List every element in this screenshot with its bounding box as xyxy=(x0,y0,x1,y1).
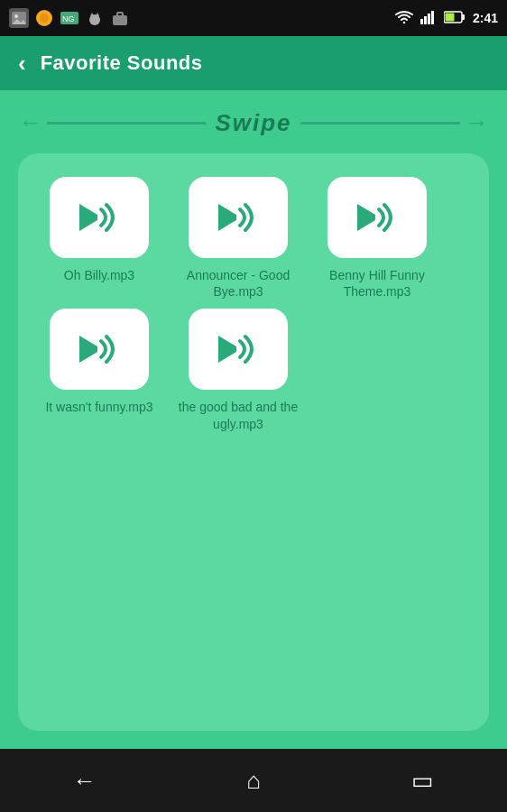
svg-rect-14 xyxy=(428,14,430,24)
svg-rect-18 xyxy=(445,13,454,21)
sound-label-wasnt-funny: It wasn't funny.mp3 xyxy=(45,399,152,415)
sound-item-wasnt-funny[interactable]: It wasn't funny.mp3 xyxy=(36,309,162,431)
map-icon: NG xyxy=(60,8,79,28)
nav-home-button[interactable]: ⌂ xyxy=(226,762,281,798)
sound-icon-good-bad-ugly xyxy=(189,309,288,390)
circle-icon xyxy=(34,8,54,28)
swipe-arrow-right: → xyxy=(464,108,489,137)
svg-text:NG: NG xyxy=(62,14,75,23)
svg-marker-20 xyxy=(218,204,236,231)
svg-marker-23 xyxy=(218,336,236,363)
cat-icon xyxy=(85,8,105,28)
sounds-row-1: Oh Billy.mp3 Announcer - Good Bye.mp3 xyxy=(36,177,471,300)
swipe-label: Swipe xyxy=(206,109,300,137)
swipe-indicator: ← → Swipe xyxy=(18,108,489,137)
sound-label-good-bad-ugly: the good bad and the ugly.mp3 xyxy=(175,399,301,431)
sound-label-oh-billy: Oh Billy.mp3 xyxy=(64,267,134,283)
app-header: ‹ Favorite Sounds xyxy=(0,36,507,90)
svg-marker-19 xyxy=(79,204,97,231)
status-right: 2:41 xyxy=(395,10,498,27)
image-icon xyxy=(9,8,29,28)
svg-rect-17 xyxy=(462,14,465,20)
swipe-arrow-left: ← xyxy=(18,108,43,137)
sound-icon-announcer xyxy=(189,177,288,258)
sound-icon-benny-hill xyxy=(327,177,427,258)
svg-rect-11 xyxy=(117,13,123,16)
sounds-row-2: It wasn't funny.mp3 the good bad and the… xyxy=(36,309,471,431)
svg-rect-12 xyxy=(420,19,423,24)
status-icons-left: NG xyxy=(9,8,130,28)
svg-marker-9 xyxy=(96,13,99,16)
briefcase-icon xyxy=(110,8,130,28)
svg-rect-13 xyxy=(424,16,427,24)
sound-label-announcer: Announcer - Good Bye.mp3 xyxy=(175,267,301,300)
svg-rect-15 xyxy=(431,11,434,24)
sound-item-oh-billy[interactable]: Oh Billy.mp3 xyxy=(36,177,162,300)
time-display: 2:41 xyxy=(473,11,498,25)
back-button[interactable]: ‹ xyxy=(18,50,26,78)
svg-point-1 xyxy=(14,14,18,18)
main-content: ← → Swipe Oh Billy.mp3 xyxy=(0,90,507,749)
page-title: Favorite Sounds xyxy=(41,51,203,75)
nav-recent-button[interactable]: ▭ xyxy=(395,762,449,798)
signal-icon xyxy=(420,10,437,27)
svg-marker-22 xyxy=(79,336,97,363)
wifi-icon xyxy=(395,10,413,27)
sound-item-good-bad-ugly[interactable]: the good bad and the ugly.mp3 xyxy=(175,309,301,431)
svg-point-4 xyxy=(40,14,49,23)
nav-back-button[interactable]: ← xyxy=(58,762,112,798)
bottom-nav: ← ⌂ ▭ xyxy=(0,749,507,812)
sound-label-benny-hill: Benny Hill Funny Theme.mp3 xyxy=(314,267,440,300)
sound-item-announcer[interactable]: Announcer - Good Bye.mp3 xyxy=(175,177,301,300)
svg-marker-8 xyxy=(90,13,94,16)
sound-icon-oh-billy xyxy=(50,177,149,258)
status-bar: NG 2:41 xyxy=(0,0,507,36)
sound-icon-wasnt-funny xyxy=(50,309,149,390)
sound-item-benny-hill[interactable]: Benny Hill Funny Theme.mp3 xyxy=(314,177,440,300)
sounds-container: Oh Billy.mp3 Announcer - Good Bye.mp3 xyxy=(18,153,489,731)
battery-icon xyxy=(444,11,466,26)
svg-marker-21 xyxy=(357,204,375,231)
